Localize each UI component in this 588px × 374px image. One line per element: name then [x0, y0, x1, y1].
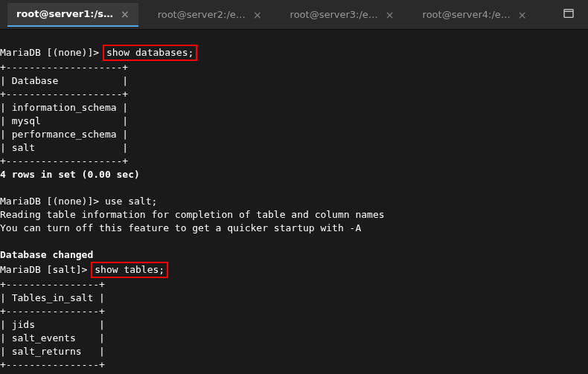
table-border: +----------------+	[0, 279, 105, 290]
rows-summary: 4 rows in set (0.00 sec)	[0, 169, 140, 180]
table-row: | salt_events |	[0, 332, 105, 344]
info-line: You can turn off this feature to get a q…	[0, 222, 361, 233]
tab-server2[interactable]: root@server2:/e… ×	[149, 3, 271, 27]
command-text: show databases;	[106, 47, 194, 58]
terminal-output[interactable]: MariaDB [(none)]> show databases; +-----…	[0, 30, 588, 372]
table-row: | information_schema |	[0, 102, 128, 113]
new-tab-button[interactable]	[557, 7, 581, 22]
database-changed: Database changed	[0, 249, 93, 260]
prompt: MariaDB [salt]>	[0, 264, 93, 275]
table-row: | mysql |	[0, 115, 128, 126]
close-icon[interactable]: ×	[253, 9, 262, 21]
command-highlight: show databases;	[103, 45, 197, 61]
table-border: +--------------------+	[0, 155, 128, 167]
close-icon[interactable]: ×	[386, 9, 394, 21]
tab-server1[interactable]: root@server1:/s… ×	[7, 3, 138, 27]
tab-label: root@server1:/s…	[16, 8, 113, 19]
info-line: Reading table information for completion…	[0, 209, 385, 220]
table-header: | Database |	[0, 75, 128, 86]
tab-label: root@server2:/e…	[158, 9, 246, 20]
table-row: | salt_returns |	[0, 346, 105, 357]
tab-bar: root@server1:/s… × root@server2:/e… × ro…	[0, 0, 588, 30]
table-border: +--------------------+	[0, 62, 128, 73]
svg-rect-0	[564, 9, 573, 17]
table-row: | jids |	[0, 319, 105, 330]
table-border: +----------------+	[0, 306, 105, 317]
table-border: +--------------------+	[0, 88, 128, 100]
table-header: | Tables_in_salt |	[0, 292, 105, 303]
tab-server4[interactable]: root@server4:/e… ×	[414, 3, 536, 27]
terminal-icon	[563, 7, 575, 19]
tab-label: root@server4:/e…	[423, 9, 511, 20]
tab-label: root@server3:/e…	[290, 9, 378, 20]
prompt: MariaDB [(none)]>	[0, 47, 105, 58]
close-icon[interactable]: ×	[518, 9, 527, 21]
table-border: +----------------+	[0, 359, 105, 370]
close-icon[interactable]: ×	[121, 8, 130, 20]
prompt-line: MariaDB [(none)]> use salt;	[0, 196, 157, 207]
command-text: show tables;	[95, 264, 164, 275]
table-row: | performance_schema |	[0, 129, 128, 140]
tab-server3[interactable]: root@server3:/e… ×	[281, 3, 403, 27]
table-row: | salt |	[0, 142, 128, 153]
command-highlight: show tables;	[91, 262, 168, 278]
